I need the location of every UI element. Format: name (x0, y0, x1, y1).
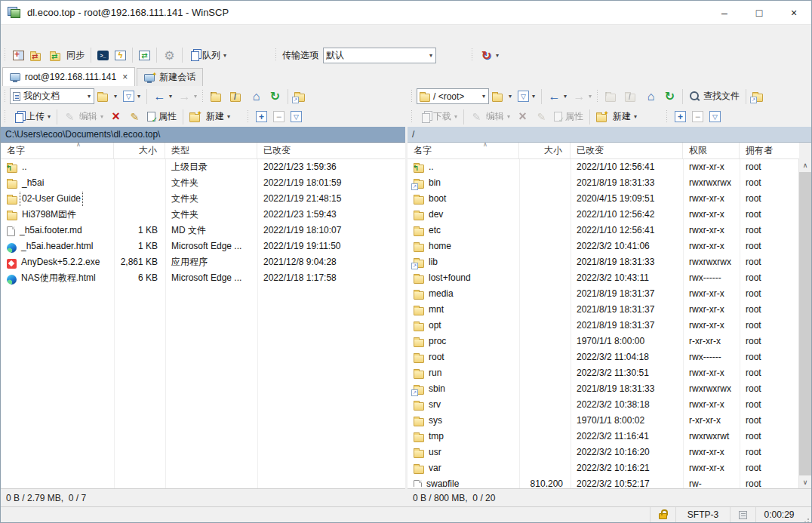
maximize-button[interactable]: □ (742, 1, 777, 24)
local-filter-button[interactable]: ▾ (120, 88, 143, 106)
remote-delete-button[interactable] (513, 108, 532, 126)
column-header-size[interactable]: 大小 (114, 143, 165, 158)
find-files-button[interactable]: 查找文件 (686, 88, 743, 106)
local-delete-button[interactable] (106, 108, 125, 126)
file-row[interactable]: mnt 2021/8/19 18:31:37 rwxr-xr-x root (408, 302, 799, 318)
file-row[interactable]: bin 2021/8/19 18:31:33 rwxrwxrwx root (408, 175, 799, 191)
remote-back-button[interactable]: ▾ (545, 88, 570, 106)
file-row[interactable]: sys 1970/1/1 8:00:02 r-xr-xr-x root (408, 413, 799, 429)
mirror-files-button[interactable] (27, 46, 47, 64)
column-header-changed[interactable]: 已改变 (257, 143, 405, 158)
remote-unselect-button[interactable] (689, 108, 706, 126)
file-row[interactable]: sbin 2021/8/19 18:31:33 rwxrwxrwx root (408, 381, 799, 397)
close-session-icon[interactable]: × (122, 72, 128, 82)
layout-panels-button[interactable] (10, 46, 27, 64)
toolbar-grip[interactable] (4, 110, 8, 124)
remote-open-dir-button[interactable]: ▾ (489, 88, 515, 106)
local-properties-button[interactable]: 属性 (144, 108, 180, 126)
synchronize-button[interactable]: 同步 (47, 46, 88, 64)
file-row[interactable]: var 2022/3/2 10:16:21 rwxr-xr-x root (408, 460, 799, 476)
toolbar-grip[interactable] (275, 48, 278, 62)
remote-home-button[interactable] (641, 88, 660, 106)
minimize-button[interactable]: – (707, 1, 742, 24)
column-header-owner[interactable]: 拥有者 (740, 143, 799, 158)
column-header-perms[interactable]: 权限 (683, 143, 740, 158)
remote-dir-combo[interactable]: / <root> ▾ (417, 88, 489, 104)
toolbar-grip[interactable] (4, 90, 8, 103)
file-row[interactable]: _h5ai 文件夹 2022/1/19 18:01:59 (1, 175, 405, 191)
file-row[interactable]: AnyDesk+5.2.2.exe 2,861 KB 应用程序 2021/12/… (1, 254, 405, 270)
download-button[interactable]: 下载▾ (417, 108, 460, 126)
local-refresh-button[interactable] (266, 88, 285, 106)
preferences-button[interactable] (160, 46, 179, 64)
scrollbar-thumb[interactable] (799, 172, 811, 475)
remote-edit-button[interactable]: 编辑▾ (467, 108, 513, 126)
file-row[interactable]: srv 2022/3/2 10:38:18 rwxr-xr-x root (408, 397, 799, 413)
remote-properties-button[interactable]: 属性 (551, 108, 586, 126)
local-root-dir-button[interactable] (227, 88, 247, 106)
file-row[interactable]: lost+found 2022/3/2 10:43:11 rwx------ r… (408, 270, 799, 286)
remote-filter-button[interactable]: ▾ (515, 88, 538, 106)
toolbar-grip[interactable] (666, 110, 669, 124)
local-parent-dir-button[interactable] (208, 88, 227, 106)
local-edit-button[interactable]: 编辑▾ (60, 108, 106, 126)
local-selection-filter-button[interactable] (288, 108, 305, 126)
refresh-panels-button[interactable] (136, 46, 153, 64)
remote-selection-filter-button[interactable] (706, 108, 724, 126)
scroll-down-icon[interactable] (799, 476, 811, 488)
file-row[interactable]: home 2022/3/2 10:41:06 rwxr-xr-x root (408, 238, 799, 254)
toolbar-grip[interactable] (247, 110, 251, 124)
file-row[interactable]: etc 2022/1/10 12:56:41 rwxr-xr-x root (408, 223, 799, 238)
remote-parent-dir-button[interactable] (602, 88, 622, 106)
column-header-size[interactable]: 大小 (519, 143, 571, 158)
file-row[interactable]: run 2022/3/2 11:30:51 rwxr-xr-x root (408, 365, 799, 381)
local-forward-button[interactable]: ▾ (175, 88, 200, 106)
remote-forward-button[interactable]: ▾ (570, 88, 595, 106)
remote-select-button[interactable] (672, 108, 689, 126)
column-header-name[interactable]: 名字 (408, 143, 519, 158)
local-select-button[interactable] (253, 108, 270, 126)
open-terminal-button[interactable] (94, 46, 112, 64)
remote-new-button[interactable]: 新建▾ (593, 108, 640, 126)
column-header-changed[interactable]: 已改变 (571, 143, 683, 158)
file-row[interactable]: boot 2020/4/15 19:09:51 rwxr-xr-x root (408, 191, 799, 207)
local-drive-combo[interactable]: 我的文档 ▾ (10, 88, 94, 104)
file-row[interactable]: .. 上级目录 2022/1/23 1:59:36 (1, 159, 405, 175)
vertical-scrollbar[interactable] (798, 159, 811, 488)
toolbar-grip[interactable] (411, 90, 414, 103)
session-tab[interactable]: root@192.168.111.141 × (2, 67, 135, 86)
remote-root-dir-button[interactable] (622, 88, 641, 106)
open-putty-button[interactable] (112, 46, 129, 64)
local-rename-button[interactable] (125, 108, 144, 126)
toolbar-grip[interactable] (4, 48, 8, 62)
resize-grip[interactable] (802, 513, 811, 522)
toolbar-grip[interactable] (411, 110, 414, 124)
local-home-button[interactable] (247, 88, 266, 106)
scroll-up-icon[interactable] (799, 159, 811, 171)
file-row[interactable]: Hi3798M固件 文件夹 2022/1/23 1:59:43 (1, 207, 405, 223)
file-row[interactable]: .. 2022/1/10 12:56:41 rwxr-xr-x root (408, 159, 799, 175)
remote-path-bar[interactable]: / (408, 127, 811, 143)
file-row[interactable]: usr 2022/3/2 10:16:20 rwxr-xr-x root (408, 445, 799, 460)
queue-button[interactable]: 队列▾ (186, 46, 229, 64)
column-header-type[interactable]: 类型 (165, 143, 257, 158)
remote-rename-button[interactable] (532, 108, 551, 126)
remote-follow-symlinks-button[interactable] (749, 88, 769, 106)
file-row[interactable]: proc 1970/1/1 8:00:00 r-xr-xr-x root (408, 334, 799, 349)
toolbar-grip[interactable] (471, 48, 475, 62)
local-back-button[interactable]: ▾ (150, 88, 175, 106)
file-row[interactable]: swapfile 810,200 2022/3/2 10:52:17 rw- r… (408, 476, 799, 487)
file-row[interactable]: tmp 2022/3/2 11:16:41 rwxrwxrwt root (408, 429, 799, 445)
file-row[interactable]: opt 2021/8/19 18:31:37 rwxr-xr-x root (408, 318, 799, 334)
file-row[interactable]: dev 2022/1/10 12:56:42 rwxr-xr-x root (408, 207, 799, 223)
file-row[interactable]: _h5ai.footer.md 1 KB MD 文件 2022/1/19 18:… (1, 223, 405, 238)
encryption-status[interactable] (650, 507, 675, 522)
upload-button[interactable]: 上传▾ (10, 108, 54, 126)
toolbar-grip[interactable] (596, 90, 600, 103)
local-new-button[interactable]: 新建▾ (186, 108, 233, 126)
close-button[interactable]: × (777, 1, 811, 24)
file-row[interactable]: lib 2021/8/19 18:31:33 rwxrwxrwx root (408, 254, 799, 270)
local-path-bar[interactable]: C:\Users\ecoo\Documents\dl.ecoo.top\ (1, 127, 405, 143)
file-row[interactable]: NAS使用教程.html 6 KB Microsoft Edge ... 202… (1, 270, 405, 286)
file-row[interactable]: 02-User Guide 文件夹 2022/1/19 21:48:15 (1, 191, 405, 207)
